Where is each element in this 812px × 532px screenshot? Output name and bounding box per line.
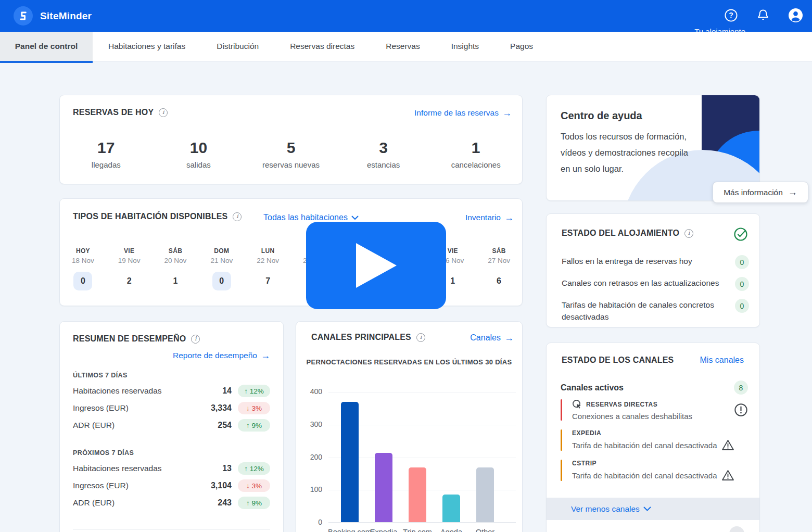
day-name: DOM	[198, 247, 245, 255]
metric-label: ADR (EUR)	[73, 421, 208, 430]
user-avatar-icon[interactable]	[788, 7, 803, 23]
today-card-title: RESERVAS DE HOY	[73, 108, 154, 117]
stat-llegadas: 17llegadas	[60, 139, 153, 169]
delta-down-badge: ↓ 3%	[238, 479, 270, 492]
channel-name-text: CSTRIP	[572, 460, 597, 467]
tab-reservas-directas[interactable]: Reservas directas	[274, 32, 370, 61]
chart-gridline	[328, 392, 516, 392]
channel-status-title: ESTADO DE LOS CANALES	[562, 356, 674, 365]
partial-badge	[729, 526, 744, 532]
more-info-button[interactable]: Más información→	[713, 182, 808, 203]
metric-label: Habitaciones reservadas	[73, 386, 208, 396]
channel-status-text: Conexiones a canales deshabilitas	[572, 412, 730, 421]
chart-bar-other	[476, 467, 494, 522]
channel-status-card: ESTADO DE LOS CANALES Mis canales Canale…	[546, 343, 760, 532]
channel-body: CSTRIPTarifa de habitación del canal des…	[572, 460, 748, 481]
day-availability-value: 1	[443, 272, 462, 290]
x-axis-label: Other	[476, 528, 494, 532]
see-fewer-channels-link[interactable]: Ver menos canales	[571, 504, 651, 514]
channel-status-item-expedia: EXPEDIATarifa de habitación del canal de…	[561, 429, 748, 451]
status-text: Tarifa de habitación del canal desactiva…	[572, 471, 717, 480]
room-filter-dropdown[interactable]: Todas las habitaciones	[263, 213, 359, 222]
performance-row: ADR (EUR)254↑ 9%	[73, 420, 270, 430]
y-axis-tick-label: 0	[296, 518, 322, 526]
stat-value: 1	[429, 139, 522, 157]
metric-label: Ingresos (EUR)	[73, 481, 208, 490]
info-icon[interactable]: i	[416, 333, 425, 342]
info-icon[interactable]: i	[233, 212, 242, 221]
active-channels-count-badge: 8	[734, 381, 748, 395]
channel-body: EXPEDIATarifa de habitación del canal de…	[572, 429, 748, 451]
room-types-card: TIPOS DE HABITACIÓN DISPONIBLES i Todas …	[59, 198, 523, 306]
performance-row: ADR (EUR)243↑ 9%	[73, 498, 270, 508]
arrow-right-icon: →	[788, 187, 797, 198]
performance-summary-card: RESUMEN DE DESEMPEÑO i Reporte de desemp…	[59, 321, 284, 532]
channel-name-text: RESERVAS DIRECTAS	[586, 401, 657, 408]
bookings-report-link[interactable]: Informe de las reservas→	[414, 108, 512, 118]
video-play-overlay[interactable]	[306, 222, 446, 309]
day-availability-value: 7	[259, 272, 277, 290]
warning-indicator-bar	[561, 460, 562, 481]
performance-row: Habitaciones reservadas13↑ 12%	[73, 463, 270, 474]
property-status-card: ESTADO DEL ALOJAMIENTO i Fallos en la en…	[546, 213, 760, 327]
metric-value: 3,104	[208, 481, 232, 490]
help-center-body: Todos los recursos de formación, vídeos …	[561, 129, 699, 177]
stat-value: 5	[245, 139, 337, 157]
day-date: 21 Nov	[198, 257, 245, 264]
channel-status-footer: Ver menos canales	[547, 498, 759, 520]
stat-label: llegadas	[60, 160, 153, 169]
chart-title: PERNOCTACIONES RESERVADAS EN LOS ÚLTIMOS…	[296, 358, 522, 366]
stat-label: reservas nuevas	[245, 160, 337, 169]
today-stats-row: 17llegadas10salidas5reservas nuevas3esta…	[60, 139, 522, 169]
warning-indicator-bar	[561, 429, 562, 451]
delta-up-badge: ↑ 9%	[238, 497, 270, 509]
channel-status-text: Tarifa de habitación del canal desactiva…	[572, 470, 748, 481]
channel-status-item-cstrip: CSTRIPTarifa de habitación del canal des…	[561, 460, 748, 481]
my-channels-link[interactable]: Mis canales	[700, 356, 744, 365]
notifications-bell-icon[interactable]	[755, 7, 771, 23]
day-date: 20 Nov	[153, 257, 199, 264]
day-name: HOY	[60, 247, 106, 255]
tab-habitaciones-y-tarifas[interactable]: Habitaciones y tarifas	[93, 32, 201, 61]
metric-value: 13	[208, 464, 232, 473]
siteminder-logo[interactable]: SiteMinder	[14, 6, 92, 26]
performance-report-link[interactable]: Reporte de desempeño→	[173, 351, 270, 360]
y-axis-tick-label: 400	[296, 387, 322, 396]
x-axis-label: Agoda	[440, 528, 462, 532]
performance-section-label: PRÓXIMOS 7 DÍAS	[73, 449, 270, 457]
room-types-title: TIPOS DE HABITACIÓN DISPONIBLES	[73, 212, 227, 221]
stat-value: 10	[153, 139, 245, 157]
metric-value: 14	[208, 386, 232, 396]
day-availability-value: 2	[120, 272, 138, 290]
metric-label: Ingresos (EUR)	[73, 403, 208, 413]
day-availability-value: 0	[73, 272, 92, 290]
day-availability-value: 0	[212, 272, 231, 290]
tab-pagos[interactable]: Pagos	[494, 32, 549, 61]
info-icon[interactable]: i	[159, 108, 168, 117]
tab-reservas[interactable]: Reservas	[370, 32, 435, 61]
day-column-22-Nov: LUN22 Nov7	[245, 247, 291, 290]
delta-up-badge: ↑ 9%	[238, 419, 270, 432]
channel-status-text: Tarifa de habitación del canal desactiva…	[572, 439, 748, 451]
info-icon[interactable]: i	[684, 229, 693, 238]
property-status-item: Tarifas de habitación de canales concret…	[562, 299, 749, 323]
delta-up-badge: ↑ 12%	[238, 462, 270, 475]
chevron-down-icon	[351, 216, 359, 220]
metric-value: 254	[208, 421, 232, 430]
day-name: LUN	[245, 247, 291, 255]
info-icon[interactable]: i	[191, 335, 200, 344]
day-column-27-Nov: SÁB27 Nov6	[476, 247, 522, 290]
performance-row: Ingresos (EUR)3,334↓ 3%	[73, 403, 270, 413]
tab-distribución[interactable]: Distribución	[201, 32, 274, 61]
tab-insights[interactable]: Insights	[436, 32, 494, 61]
play-icon	[356, 243, 397, 288]
inventory-link[interactable]: Inventario→	[465, 213, 514, 222]
performance-title: RESUMEN DE DESEMPEÑO	[73, 334, 186, 344]
channels-link[interactable]: Canales→	[470, 333, 514, 343]
stat-estancias: 3estancias	[337, 139, 430, 169]
tab-panel-de-control[interactable]: Panel de control	[0, 32, 93, 61]
metric-value: 243	[208, 498, 232, 508]
status-item-label: Fallos en la entrega de reservas hoy	[562, 255, 735, 267]
help-icon[interactable]: ?	[723, 7, 739, 23]
arrow-right-icon: →	[504, 213, 514, 222]
